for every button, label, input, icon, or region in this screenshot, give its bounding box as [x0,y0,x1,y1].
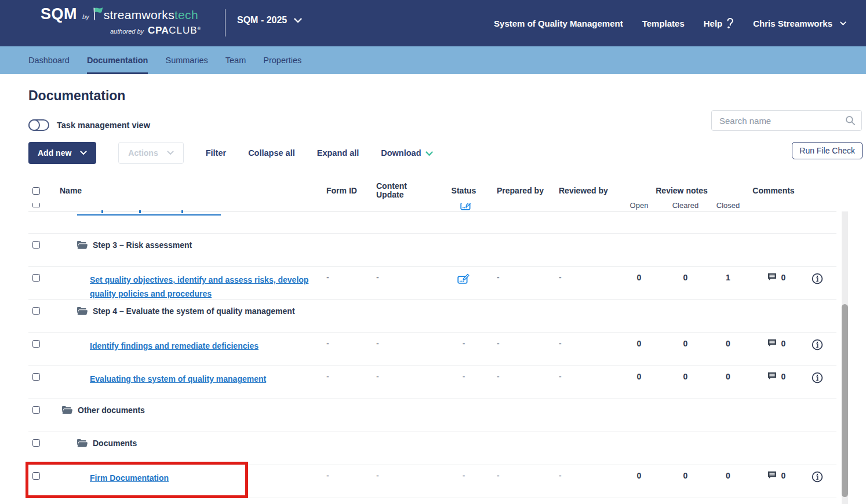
user-name: Chris Streamworks [753,19,832,28]
comments-icon[interactable] [767,339,777,347]
comments-icon[interactable] [767,471,777,479]
status-edit-icon[interactable] [457,273,470,284]
nav-system-of-quality-management[interactable]: System of Quality Management [494,19,623,28]
collapse-all-button[interactable]: Collapse all [248,148,295,158]
scrollbar-thumb[interactable] [842,304,848,497]
top-navigation: System of Quality Management Templates H… [494,0,846,46]
table-row: Set quality objectives, identify and ass… [28,267,836,300]
table-row: Step 3 – Risk assessment [28,234,836,267]
comments-count: 0 [781,471,786,480]
comments-icon[interactable] [767,273,777,281]
task-management-toggle[interactable] [28,119,49,131]
run-file-check-button[interactable]: Run File Check [792,142,863,159]
expand-all-button[interactable]: Expand all [317,148,359,158]
document-link[interactable]: Firm Documentation [90,471,169,485]
folder-icon [77,307,88,318]
folder-icon [62,406,72,417]
subcolumn-header-closed: Closed [707,201,749,210]
comments-count: 0 [781,339,786,348]
document-link[interactable]: Set quality objectives, identify and ass… [90,273,310,301]
info-icon[interactable] [812,471,823,498]
filter-button[interactable]: Filter [206,148,226,158]
flag-icon [92,7,103,23]
sqm-logo-text: SQM [41,5,77,23]
table-row: Step 4 – Evaluate the system of quality … [28,300,836,333]
table-row [28,211,836,234]
row-checkbox[interactable] [32,307,40,315]
folder-name: Other documents [78,406,145,415]
info-icon[interactable] [812,273,823,301]
main-content: Documentation Task management view Add n… [0,74,866,504]
column-header-comments: Comments [749,186,798,199]
folder-name: Step 3 – Risk assessment [93,240,192,250]
header-divider [225,9,225,36]
chevron-down-icon [80,151,87,155]
row-checkbox[interactable] [32,373,40,381]
tab-summaries[interactable]: Summaries [165,46,208,74]
comments-count: 0 [781,372,786,381]
clipped-row-status-edit-icon-fragment [460,203,475,211]
column-header-review-notes: Review notes [614,186,749,199]
row-checkbox[interactable] [32,406,40,414]
authored-by-text: authored by [110,28,144,35]
tab-bar: Dashboard Documentation Summaries Team P… [0,46,866,74]
table-row: Firm Documentation-----0000 [28,465,836,498]
task-management-toggle-row: Task management view [28,119,150,131]
row-checkbox[interactable] [32,472,40,480]
comments-count: 0 [781,273,786,282]
comments-icon[interactable] [767,372,777,380]
logo-by-text: by [82,13,89,20]
tab-documentation[interactable]: Documentation [87,46,148,74]
add-new-button[interactable]: Add new [28,142,96,164]
column-header-name: Name [52,186,316,199]
column-header-status: Status [414,186,490,199]
table-header: Name Form ID Content Update Status Prepa… [28,177,836,211]
subcolumn-header-open: Open [614,201,664,210]
chevron-down-icon [840,21,846,25]
search-box [711,110,862,131]
top-header: SQM by streamworkstech authored by CPACL… [0,0,866,46]
nav-help[interactable]: Help [704,18,734,29]
vertical-scrollbar [842,211,848,504]
toolbar: Add new Actions Filter Collapse all Expa… [28,142,433,164]
row-checkbox[interactable] [32,439,40,447]
subcolumn-header-cleared: Cleared [664,201,707,210]
folder-icon [77,241,88,252]
tab-dashboard[interactable]: Dashboard [28,46,70,74]
chevron-down-icon [167,151,174,155]
documentation-table: Name Form ID Content Update Status Prepa… [28,177,836,498]
select-all-checkbox[interactable] [32,187,40,195]
column-header-prepared-by: Prepared by [490,186,551,199]
clipped-row-checkbox-fragment [32,203,40,207]
document-link[interactable]: Evaluating the system of quality managem… [90,372,266,386]
row-checkbox[interactable] [32,241,40,249]
tab-team[interactable]: Team [225,46,246,74]
engagement-selector[interactable]: SQM - 2025 [237,15,302,25]
table-row: Identify findings and remediate deficien… [28,333,836,366]
folder-icon [77,439,88,450]
search-icon[interactable] [845,115,856,128]
nav-templates[interactable]: Templates [642,19,685,28]
user-menu[interactable]: Chris Streamworks [753,19,846,28]
column-header-content-update: Content Update [362,182,411,199]
info-icon[interactable] [812,339,823,366]
chevron-down-icon [294,18,302,23]
row-checkbox[interactable] [32,340,40,348]
page-title: Documentation [28,88,125,104]
column-header-reviewed-by: Reviewed by [551,186,614,199]
download-button[interactable]: Download [381,148,432,158]
toggle-label: Task management view [57,120,150,130]
toggle-knob [28,119,40,131]
document-link[interactable]: Identify findings and remediate deficien… [90,339,259,353]
row-checkbox[interactable] [32,274,40,282]
brand-logo[interactable]: SQM by streamworkstech authored by CPACL… [41,5,201,36]
search-input[interactable] [711,110,862,131]
help-question-icon [726,18,734,29]
table-row: Documents [28,432,836,465]
info-icon[interactable] [812,372,823,399]
streamworkstech-logo: streamworkstech [104,8,198,22]
tab-properties[interactable]: Properties [263,46,301,74]
engagement-name: SQM - 2025 [237,15,287,25]
table-row: Evaluating the system of quality managem… [28,366,836,399]
clipped-document-link[interactable] [77,213,221,216]
